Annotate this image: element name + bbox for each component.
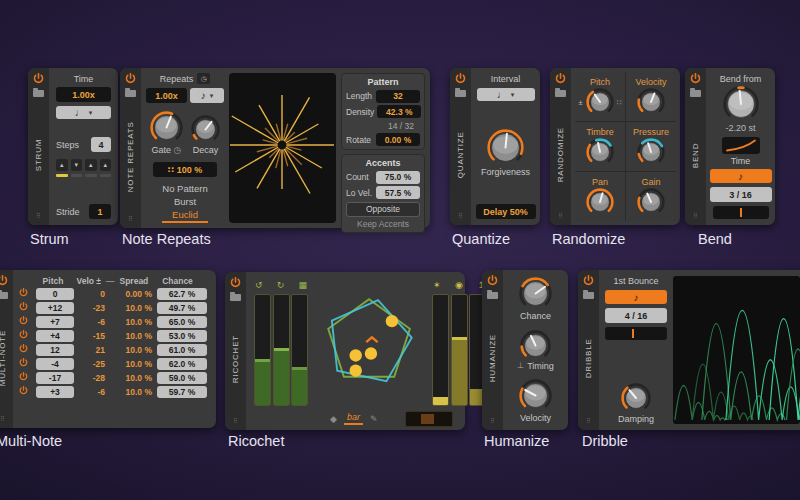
lo-vel-value[interactable]: 57.5 % [376, 186, 420, 199]
step-button[interactable]: ▴ [85, 159, 97, 171]
target-icon[interactable]: ◉ [455, 280, 463, 290]
timbre-knob[interactable] [586, 138, 614, 166]
folder-icon[interactable] [125, 90, 136, 97]
power-icon[interactable] [0, 275, 8, 286]
row-spread[interactable]: 10.0 % [110, 387, 152, 397]
row-velo[interactable]: -23 [79, 303, 105, 313]
velocity-knob[interactable] [637, 88, 665, 116]
folder-icon[interactable] [690, 90, 701, 97]
row-velo[interactable]: -6 [79, 317, 105, 327]
pan-knob[interactable] [586, 188, 614, 216]
pressure-knob[interactable] [637, 138, 665, 166]
power-icon[interactable] [690, 73, 701, 84]
ricochet-display[interactable] [314, 278, 426, 424]
speed-slider[interactable] [273, 294, 290, 406]
row-spread[interactable]: 10.0 % [110, 317, 152, 327]
row-pitch[interactable]: +3 [36, 386, 74, 398]
row-power-icon[interactable] [19, 302, 31, 311]
power-icon[interactable] [555, 73, 566, 84]
folder-icon[interactable] [583, 292, 594, 299]
sync-note-button[interactable]: ♪ [605, 290, 667, 304]
pitch-knob[interactable] [586, 88, 614, 116]
mode-burst[interactable]: Burst [146, 196, 224, 207]
folder-icon[interactable] [0, 292, 8, 299]
sync-rate-dropdown[interactable]: ♪ ▾ [190, 88, 224, 103]
row-power-icon[interactable] [19, 358, 31, 367]
mode-euclid[interactable]: Euclid [162, 209, 208, 223]
row-chance[interactable]: 49.7 % [157, 302, 207, 314]
bend-amount-value[interactable]: -2.20 st [725, 123, 755, 133]
interval-dropdown[interactable]: ♩ ▾ [477, 88, 535, 101]
sync-rate-dropdown[interactable]: ♩ ▾ [56, 106, 111, 119]
row-chance[interactable]: 62.0 % [157, 358, 207, 370]
shape-slider[interactable] [291, 294, 308, 406]
row-pitch[interactable]: 0 [36, 288, 74, 300]
plus-minus-icon[interactable]: ± [579, 98, 583, 107]
row-velo[interactable]: 21 [79, 345, 105, 355]
row-velo[interactable]: -25 [79, 359, 105, 369]
row-velo[interactable]: -28 [79, 373, 105, 383]
row-spread[interactable]: 10.0 % [110, 359, 152, 369]
dice-icon[interactable]: ∷ [617, 98, 622, 107]
chance-value[interactable]: ∷ 100 % [153, 162, 217, 177]
row-chance[interactable]: 65.0 % [157, 316, 207, 328]
row-velo[interactable]: 0 [79, 289, 105, 299]
bend-from-knob[interactable] [723, 86, 759, 122]
power-icon[interactable] [230, 277, 241, 288]
row-spread[interactable]: 10.0 % [110, 345, 152, 355]
row-power-icon[interactable] [19, 386, 31, 395]
mode-no-pattern[interactable]: No Pattern [146, 183, 224, 194]
power-icon[interactable] [125, 73, 136, 84]
step-button[interactable]: ▴ [56, 159, 68, 171]
row-pitch[interactable]: 12 [36, 344, 74, 356]
power-icon[interactable] [33, 73, 44, 84]
row-chance[interactable]: 59.7 % [157, 386, 207, 398]
row-chance[interactable]: 62.7 % [157, 288, 207, 300]
time-value[interactable]: 1.00x [56, 87, 111, 102]
velocity-knob[interactable] [519, 379, 552, 412]
folder-icon[interactable] [455, 90, 466, 97]
step-button[interactable]: ▾ [71, 159, 83, 171]
pencil-icon[interactable]: ✎ [370, 414, 378, 424]
bar-mode-button[interactable]: bar [344, 412, 363, 425]
clock-icon[interactable]: ◷ [197, 73, 210, 84]
star-icon[interactable]: ✶ [433, 280, 441, 290]
row-pitch[interactable]: +12 [36, 302, 74, 314]
density-value[interactable]: 42.3 % [377, 105, 421, 118]
euclid-pattern-display[interactable] [229, 73, 336, 223]
opposite-button[interactable]: Opposite [346, 202, 420, 217]
time-ratio-button[interactable]: 4 / 16 [605, 308, 667, 323]
row-spread[interactable]: 10.0 % [110, 303, 152, 313]
offset-slider[interactable] [605, 327, 667, 340]
gate-knob[interactable] [150, 111, 183, 144]
folder-icon[interactable] [230, 294, 241, 301]
power-icon[interactable] [583, 275, 594, 286]
steps-value[interactable]: 4 [91, 137, 111, 152]
row-pitch[interactable]: -4 [36, 358, 74, 370]
row-pitch[interactable]: -17 [36, 372, 74, 384]
gravity-slider[interactable] [432, 294, 449, 406]
timing-knob[interactable] [520, 330, 551, 361]
row-velo[interactable]: -15 [79, 331, 105, 341]
decay-knob[interactable] [191, 115, 220, 144]
folder-icon[interactable] [555, 90, 566, 97]
row-power-icon[interactable] [19, 344, 31, 353]
keep-accents-label[interactable]: Keep Accents [346, 219, 420, 229]
row-chance[interactable]: 53.0 % [157, 330, 207, 342]
row-spread[interactable]: 10.0 % [110, 373, 152, 383]
row-power-icon[interactable] [19, 330, 31, 339]
chance-knob[interactable] [519, 277, 552, 310]
power-icon[interactable] [487, 275, 498, 286]
row-pitch[interactable]: +7 [36, 316, 74, 328]
row-spread[interactable]: 0.00 % [110, 289, 152, 299]
repeat-rate-value[interactable]: 1.00x [146, 88, 187, 103]
row-power-icon[interactable] [19, 288, 31, 297]
rotate-value[interactable]: 0.00 % [376, 133, 420, 146]
row-power-icon[interactable] [19, 372, 31, 381]
sync-note-button[interactable]: ♪ [710, 169, 772, 183]
bounce-display[interactable] [673, 276, 800, 424]
position-strip[interactable] [405, 411, 453, 427]
stride-value[interactable]: 1 [89, 204, 111, 219]
step-button[interactable]: ▴ [100, 159, 112, 171]
row-chance[interactable]: 59.0 % [157, 372, 207, 384]
